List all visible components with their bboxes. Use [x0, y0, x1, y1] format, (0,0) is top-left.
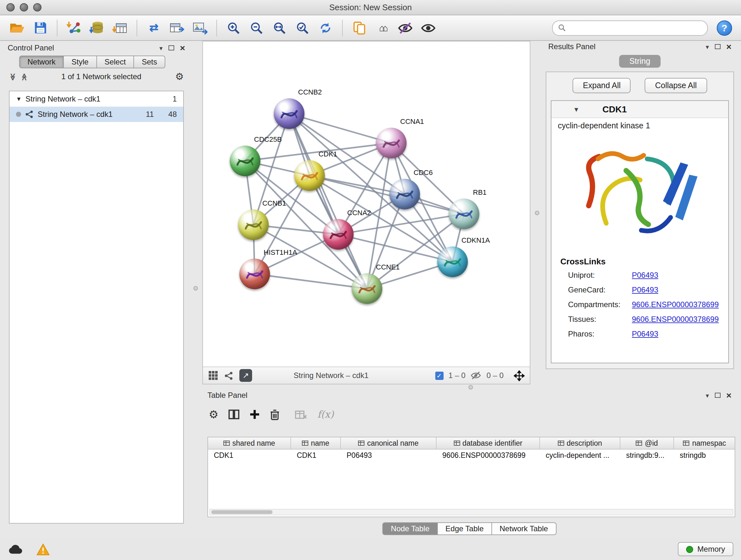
network-node-HIST1H1A[interactable]	[239, 259, 270, 289]
close-panel-icon[interactable]: ×	[726, 44, 731, 50]
tab-sets[interactable]: Sets	[134, 56, 165, 68]
import-database-button[interactable]	[86, 17, 108, 38]
network-node-RB1[interactable]	[449, 199, 479, 229]
column-header-@id[interactable]: @id	[620, 437, 674, 449]
help-button[interactable]: ?	[717, 20, 732, 36]
tab-select[interactable]: Select	[97, 56, 134, 68]
network-node-CCNA1[interactable]	[376, 128, 407, 159]
cloud-icon[interactable]	[8, 544, 23, 555]
network-collection-row[interactable]: ▼ String Network – cdk1 1	[10, 91, 183, 107]
table-cell[interactable]: CDK1	[291, 449, 341, 461]
export-table-button[interactable]	[166, 17, 188, 38]
close-panel-icon[interactable]: ×	[180, 45, 185, 51]
crosslink-link[interactable]: P06493	[632, 270, 658, 279]
import-network-button[interactable]	[63, 17, 85, 38]
network-node-CDKN1A[interactable]	[437, 246, 468, 277]
zoom-selected-button[interactable]	[292, 17, 313, 38]
collection-disclosure-icon[interactable]: ▼	[16, 96, 22, 102]
float-panel-icon[interactable]	[715, 44, 721, 49]
show-all-button[interactable]	[417, 17, 439, 38]
open-session-button[interactable]	[6, 17, 28, 38]
zoom-window-button[interactable]	[33, 3, 42, 11]
home-networks-button[interactable]: ⌂⌂	[372, 17, 393, 38]
zoom-out-button[interactable]	[246, 17, 267, 38]
add-row-icon[interactable]	[250, 409, 260, 420]
import-table-button[interactable]	[109, 17, 131, 38]
network-node-CDC6[interactable]	[389, 179, 420, 209]
crosslink-link[interactable]: 9606.ENSP00000378699	[632, 300, 719, 309]
tab-string[interactable]: String	[619, 55, 660, 68]
table-cell[interactable]: stringdb:9...	[620, 449, 674, 461]
first-neighbors-button[interactable]: ⇄	[143, 17, 165, 38]
splitter-handle[interactable]	[535, 211, 539, 215]
column-header-description[interactable]: description	[540, 437, 620, 449]
selected-checkbox-icon[interactable]: ✓	[435, 371, 443, 380]
show-columns-icon[interactable]	[229, 409, 240, 420]
column-header-shared-name[interactable]: shared name	[208, 437, 291, 449]
network-node-CDC25B[interactable]	[230, 145, 260, 176]
birdseye-view-button[interactable]: ↗	[239, 369, 252, 382]
tab-network[interactable]: Network	[19, 56, 64, 68]
cdk1-entry-header[interactable]: ▼ CDK1	[551, 101, 728, 118]
collapse-all-button[interactable]: Collapse All	[645, 78, 707, 93]
table-cell[interactable]: CDK1	[208, 449, 291, 461]
minimize-window-button[interactable]	[20, 3, 28, 11]
tab-style[interactable]: Style	[64, 56, 97, 68]
grid-view-icon[interactable]	[208, 370, 218, 381]
float-panel-icon[interactable]	[169, 45, 174, 51]
table-options-gear-icon[interactable]: ⚙	[209, 408, 219, 421]
network-node-CCNB1[interactable]	[238, 209, 269, 240]
search-input[interactable]	[570, 23, 702, 33]
warning-icon[interactable]	[37, 543, 50, 555]
column-header-name[interactable]: name	[291, 437, 341, 449]
network-node-CDK1[interactable]	[294, 160, 325, 191]
float-panel-icon[interactable]	[715, 393, 721, 398]
table-cell[interactable]: P06493	[341, 449, 436, 461]
refresh-button[interactable]	[315, 17, 336, 38]
zoom-in-button[interactable]	[223, 17, 245, 38]
scrollbar-thumb[interactable]	[211, 510, 273, 514]
collapse-all-icon[interactable]: ≫	[9, 73, 17, 80]
table-cell[interactable]: cyclin-dependent ...	[540, 449, 620, 461]
export-image-button[interactable]	[189, 17, 211, 38]
network-row[interactable]: String Network – cdk1 11 48	[10, 107, 183, 122]
crosslink-link[interactable]: P06493	[632, 329, 658, 338]
save-session-button[interactable]	[29, 17, 51, 38]
search-box[interactable]	[552, 20, 708, 36]
column-header-namespac[interactable]: namespac	[674, 437, 735, 449]
entry-disclosure-icon[interactable]: ▼	[573, 106, 580, 113]
panel-menu-icon[interactable]: ▾	[706, 392, 709, 399]
tab-node-table[interactable]: Node Table	[383, 522, 438, 535]
network-node-CCNA2[interactable]	[323, 219, 354, 250]
table-cell[interactable]: stringdb	[674, 449, 735, 461]
delete-trash-icon[interactable]	[270, 409, 280, 420]
table-row[interactable]: CDK1CDK1P064939606.ENSP00000378699cyclin…	[208, 449, 735, 461]
network-edge-CCNE1-HIST1H1A[interactable]	[255, 274, 367, 289]
annotation-button[interactable]	[348, 17, 370, 38]
memory-button[interactable]: Memory	[677, 542, 733, 556]
network-canvas[interactable]: CCNB2 CCNA1 CDC25B CDK1 CDC6 RB1 CCNB1 C…	[203, 42, 530, 367]
table-cell[interactable]: 9606.ENSP00000378699	[436, 449, 540, 461]
tab-network-table[interactable]: Network Table	[492, 522, 556, 535]
expand-all-icon[interactable]: ≪	[20, 73, 28, 80]
column-header-canonical-name[interactable]: canonical name	[341, 437, 436, 449]
close-panel-icon[interactable]: ×	[726, 392, 731, 398]
close-window-button[interactable]	[6, 3, 15, 11]
expand-all-button[interactable]: Expand All	[573, 78, 631, 93]
zoom-fit-button[interactable]	[269, 17, 290, 38]
panel-menu-icon[interactable]: ▾	[159, 44, 163, 51]
network-options-gear-icon[interactable]: ⚙	[175, 71, 184, 82]
splitter-handle[interactable]	[468, 385, 473, 389]
network-node-CCNB2[interactable]	[274, 98, 305, 129]
crosslink-link[interactable]: P06493	[632, 285, 658, 294]
tab-edge-table[interactable]: Edge Table	[438, 522, 492, 535]
pan-crosshair-icon[interactable]	[514, 370, 525, 381]
share-view-icon[interactable]	[224, 371, 233, 380]
panel-menu-icon[interactable]: ▾	[706, 43, 709, 50]
column-header-database-identifier[interactable]: database identifier	[436, 437, 540, 449]
splitter-handle[interactable]	[193, 286, 198, 291]
horizontal-scrollbar[interactable]	[209, 509, 733, 515]
crosslink-link[interactable]: 9606.ENSP00000378699	[632, 314, 719, 323]
network-node-CCNE1[interactable]	[352, 273, 382, 304]
hide-selected-button[interactable]	[394, 17, 416, 38]
